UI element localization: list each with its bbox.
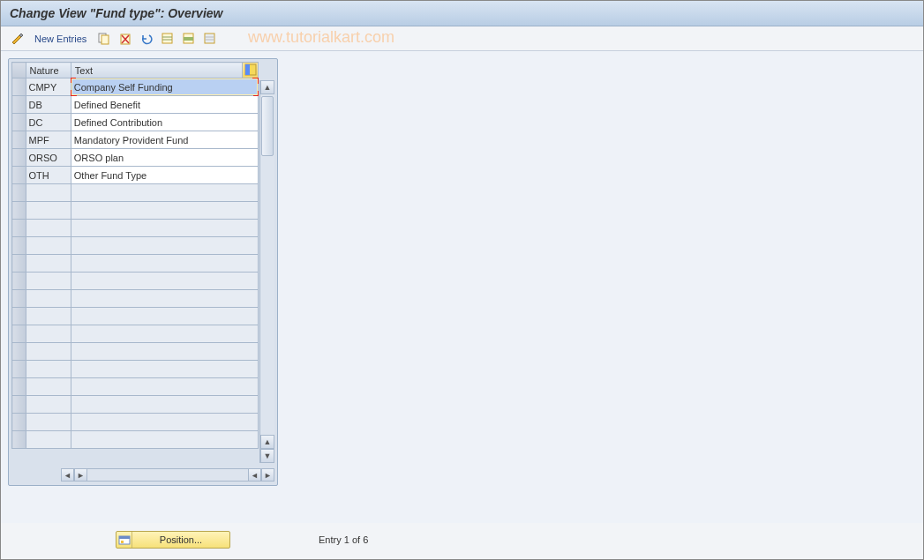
cell-text[interactable]: Mandatory Provident Fund — [71, 131, 258, 149]
cell-text[interactable] — [71, 431, 258, 449]
cell-nature[interactable] — [26, 273, 71, 290]
cell-text[interactable]: Defined Contribution — [71, 114, 258, 131]
cell-nature[interactable]: OTH — [26, 167, 71, 184]
cell-text[interactable] — [71, 273, 258, 290]
cell-text[interactable] — [71, 378, 258, 396]
scroll-left-icon[interactable]: ◄ — [61, 468, 74, 482]
cell-nature[interactable]: DC — [26, 114, 71, 131]
vertical-scroll-track[interactable] — [260, 94, 274, 435]
row-selector[interactable] — [12, 220, 26, 237]
row-selector[interactable] — [12, 396, 26, 414]
cell-text[interactable] — [71, 325, 258, 343]
fund-type-table: Nature Text CMPYCompany Self FundingDBDe… — [11, 62, 259, 449]
scroll-down-icon[interactable]: ▼ — [260, 449, 274, 463]
scroll-right-step-icon[interactable]: ► — [74, 468, 87, 482]
delete-icon[interactable] — [116, 31, 132, 47]
row-selector[interactable] — [12, 149, 26, 167]
main-area: Nature Text CMPYCompany Self FundingDBDe… — [1, 51, 923, 523]
scroll-left-step2-icon[interactable]: ◄ — [248, 468, 261, 482]
svg-rect-1 — [101, 35, 109, 44]
cell-nature[interactable]: DB — [26, 96, 71, 114]
cell-text[interactable] — [71, 414, 258, 431]
scroll-down-page-icon[interactable]: ▲ — [260, 435, 274, 449]
cell-text[interactable] — [71, 237, 258, 255]
cell-nature[interactable] — [26, 431, 71, 449]
row-selector[interactable] — [12, 184, 26, 202]
toggle-display-change-icon[interactable] — [10, 31, 26, 47]
cell-text[interactable]: Defined Benefit — [71, 96, 258, 114]
position-icon — [116, 532, 132, 548]
svg-rect-17 — [121, 541, 124, 543]
cell-nature[interactable] — [26, 237, 71, 255]
cell-text[interactable] — [71, 220, 258, 237]
cell-nature[interactable]: MPF — [26, 131, 71, 149]
cell-text[interactable]: Company Self Funding — [71, 78, 258, 96]
cell-text[interactable] — [71, 396, 258, 414]
cell-text[interactable] — [71, 361, 258, 378]
table-row: DBDefined Benefit — [12, 96, 259, 114]
cell-text[interactable] — [71, 343, 258, 361]
row-selector[interactable] — [12, 290, 26, 308]
undo-icon[interactable] — [138, 31, 154, 47]
column-header-text[interactable]: Text — [71, 63, 242, 78]
cell-nature[interactable] — [26, 414, 71, 431]
row-selector[interactable] — [12, 96, 26, 114]
position-button[interactable]: Position... — [116, 531, 230, 549]
table-row: OTHOther Fund Type — [12, 167, 259, 184]
svg-rect-9 — [184, 37, 193, 41]
cell-nature[interactable] — [26, 396, 71, 414]
table-row — [12, 290, 259, 308]
row-selector[interactable] — [12, 237, 26, 255]
cell-nature[interactable]: ORSO — [26, 149, 71, 167]
copy-icon[interactable] — [95, 31, 111, 47]
row-selector[interactable] — [12, 78, 26, 96]
cell-nature[interactable] — [26, 361, 71, 378]
row-selector[interactable] — [12, 414, 26, 431]
scroll-right-icon[interactable]: ► — [261, 468, 274, 482]
table-row — [12, 220, 259, 237]
row-selector[interactable] — [12, 431, 26, 449]
row-selector[interactable] — [12, 361, 26, 378]
deselect-all-icon[interactable] — [201, 31, 217, 47]
row-selector-header[interactable] — [12, 63, 26, 78]
row-selector[interactable] — [12, 308, 26, 325]
row-selector[interactable] — [12, 273, 26, 290]
cell-text[interactable]: ORSO plan — [71, 149, 258, 167]
cell-nature[interactable]: CMPY — [26, 78, 71, 96]
scroll-up-icon[interactable]: ▲ — [260, 80, 274, 94]
vertical-scrollbar[interactable]: ▲ ▲ ▼ — [259, 80, 274, 463]
cell-nature[interactable] — [26, 378, 71, 396]
table-row — [12, 237, 259, 255]
row-selector[interactable] — [12, 255, 26, 273]
column-header-nature[interactable]: Nature — [26, 63, 71, 78]
cell-nature[interactable] — [26, 308, 71, 325]
vertical-scroll-thumb[interactable] — [261, 96, 274, 156]
row-selector[interactable] — [12, 202, 26, 220]
table-config-icon[interactable] — [243, 63, 259, 78]
row-selector[interactable] — [12, 378, 26, 396]
cell-text[interactable] — [71, 308, 258, 325]
new-entries-button[interactable]: New Entries — [31, 34, 90, 44]
cell-nature[interactable] — [26, 325, 71, 343]
cell-nature[interactable] — [26, 290, 71, 308]
table-row — [12, 343, 259, 361]
horizontal-scroll-track[interactable] — [87, 468, 248, 482]
cell-text[interactable] — [71, 202, 258, 220]
row-selector[interactable] — [12, 343, 26, 361]
row-selector[interactable] — [12, 131, 26, 149]
cell-text[interactable] — [71, 255, 258, 273]
select-all-icon[interactable] — [159, 31, 175, 47]
cell-text[interactable] — [71, 184, 258, 202]
row-selector[interactable] — [12, 325, 26, 343]
table-row — [12, 325, 259, 343]
cell-text[interactable]: Other Fund Type — [71, 167, 258, 184]
cell-nature[interactable] — [26, 343, 71, 361]
cell-nature[interactable] — [26, 220, 71, 237]
cell-text[interactable] — [71, 290, 258, 308]
select-block-icon[interactable] — [180, 31, 196, 47]
row-selector[interactable] — [12, 114, 26, 131]
cell-nature[interactable] — [26, 202, 71, 220]
row-selector[interactable] — [12, 167, 26, 184]
cell-nature[interactable] — [26, 255, 71, 273]
cell-nature[interactable] — [26, 184, 71, 202]
